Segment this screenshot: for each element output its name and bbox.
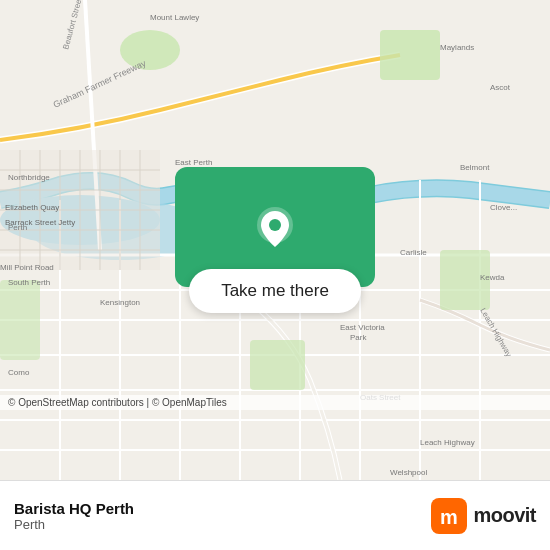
svg-text:Park: Park — [350, 333, 367, 342]
svg-text:Kensington: Kensington — [100, 298, 140, 307]
svg-text:Barrack Street Jetty: Barrack Street Jetty — [5, 218, 75, 227]
svg-point-65 — [269, 219, 281, 231]
svg-text:Belmont: Belmont — [460, 163, 490, 172]
moovit-logo[interactable]: m moovit — [431, 498, 536, 534]
svg-text:Ascot: Ascot — [490, 83, 511, 92]
svg-text:Mount Lawley: Mount Lawley — [150, 13, 199, 22]
svg-text:Clove...: Clove... — [490, 203, 517, 212]
location-info: Barista HQ Perth Perth — [14, 500, 134, 532]
svg-text:East Victoria: East Victoria — [340, 323, 385, 332]
footer-bar: Barista HQ Perth Perth m moovit — [0, 480, 550, 550]
svg-text:Mill Point Road: Mill Point Road — [0, 263, 54, 272]
location-name: Barista HQ Perth — [14, 500, 134, 517]
svg-text:Maylands: Maylands — [440, 43, 474, 52]
svg-text:Welshpool: Welshpool — [390, 468, 427, 477]
svg-text:Northbridge: Northbridge — [8, 173, 50, 182]
take-me-there-button[interactable]: Take me there — [189, 269, 361, 313]
map-container: Graham Farmer Freeway Northbridge Perth … — [0, 0, 550, 480]
overlay-card: Take me there — [175, 167, 375, 313]
location-pin-icon — [251, 203, 299, 251]
svg-text:Como: Como — [8, 368, 30, 377]
svg-text:Carlisle: Carlisle — [400, 248, 427, 257]
moovit-icon: m — [431, 498, 467, 534]
svg-text:Elizabeth Quay: Elizabeth Quay — [5, 203, 59, 212]
svg-text:m: m — [441, 506, 459, 528]
svg-text:East Perth: East Perth — [175, 158, 212, 167]
svg-rect-19 — [380, 30, 440, 80]
location-city: Perth — [14, 517, 134, 532]
copyright-bar: © OpenStreetMap contributors | © OpenMap… — [0, 395, 550, 410]
moovit-text: moovit — [473, 504, 536, 527]
svg-rect-23 — [250, 340, 305, 390]
svg-text:Leach Highway: Leach Highway — [420, 438, 475, 447]
svg-text:South Perth: South Perth — [8, 278, 50, 287]
svg-text:Kewda: Kewda — [480, 273, 505, 282]
copyright-text: © OpenStreetMap contributors | © OpenMap… — [8, 397, 227, 408]
svg-rect-22 — [0, 280, 40, 360]
